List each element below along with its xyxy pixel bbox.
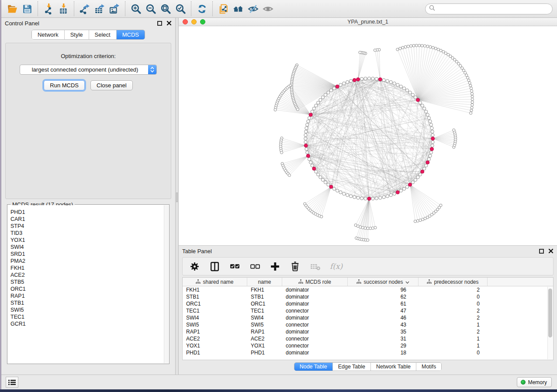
table-row[interactable]: ACE2ACE2connector311 [183,335,553,342]
select-all-rows-icon[interactable] [229,261,240,272]
export-image-icon[interactable] [107,2,122,16]
control-panel: Control Panel NetworkStyleSelectMCDS Opt… [1,18,175,375]
criterion-dropdown[interactable]: largest connected component (undirected) [20,65,157,75]
memory-button[interactable]: Memory [517,377,552,387]
result-node-item[interactable]: CAR1 [10,216,169,223]
network-window-titlebar[interactable]: YPA_prune.txt_1 [179,18,557,26]
tab-node-table[interactable]: Node Table [294,363,332,371]
table-panel-title: Table Panel [182,248,212,254]
network-canvas[interactable] [179,26,557,245]
table-row[interactable]: STB1STB1dominator620 [183,293,553,300]
table-options-gear-icon[interactable] [189,261,200,272]
table-header-row: shared namenameMCDS rolesuccessor nodesp… [183,278,553,286]
dropdown-arrows-icon [148,65,156,74]
table-row[interactable]: RAP1RAP1dominator352 [183,328,553,335]
tab-mcds[interactable]: MCDS [116,30,145,39]
mcds-result-list[interactable]: PHD1CAR1STP4TID3YOX1SWI4SRD1PMA2FKH1ACE2… [8,205,169,363]
show-all-icon[interactable] [260,2,275,16]
open-session-icon[interactable] [5,2,20,16]
tab-network-table[interactable]: Network Table [370,363,416,371]
result-node-item[interactable]: TID3 [10,230,169,237]
table-row[interactable]: SWI4SWI4dominator462 [183,314,553,321]
tab-select[interactable]: Select [89,30,116,39]
table-row[interactable]: FKH1FKH1dominator962 [183,286,553,293]
table-row[interactable]: PHD1PHD1dominator180 [183,349,553,356]
table-panel: Table Panel f(x) shared namenameMCDS rol… [179,246,557,375]
zoom-fit-icon[interactable] [158,2,173,16]
column-header-predecessor-nodes[interactable]: predecessor nodes [419,278,488,286]
export-table-icon[interactable] [92,2,107,16]
run-mcds-button[interactable]: Run MCDS [44,80,85,90]
neighbors-icon[interactable] [231,2,246,16]
import-network-icon[interactable] [41,2,56,16]
tab-edge-table[interactable]: Edge Table [332,363,370,371]
table-row[interactable]: ORC1ORC1dominator610 [183,300,553,307]
hide-selected-icon[interactable] [246,2,260,16]
sort-caret-icon[interactable] [405,279,409,285]
splitter-grip[interactable] [176,193,178,202]
table-scrollbar-thumb[interactable] [548,289,552,337]
cell-mcds-role: dominator [282,315,348,321]
cell-successor-nodes: 47 [348,308,419,314]
cell-predecessor-nodes: 2 [419,308,488,314]
task-history-button[interactable] [6,377,18,388]
memory-status-icon [521,380,526,385]
result-node-item[interactable]: PMA2 [10,258,169,265]
float-panel-icon[interactable] [157,21,162,26]
zoom-in-icon[interactable] [128,2,143,16]
tab-style[interactable]: Style [64,30,89,39]
cell-shared-name: FKH1 [183,287,247,293]
cell-mcds-role: dominator [282,350,348,356]
search-box[interactable] [425,3,553,14]
float-table-panel-icon[interactable] [539,249,544,254]
optimization-criterion-label: Optimization criterion: [6,53,171,59]
export-network-icon[interactable] [77,2,92,16]
table-row[interactable]: YOX1YOX1connector291 [183,342,553,349]
share-document-icon[interactable] [216,2,231,16]
result-node-item[interactable]: SWI5 [10,306,169,313]
close-panel-button[interactable]: Close panel [90,80,133,90]
result-list-scrollbar[interactable] [164,205,169,363]
save-session-icon[interactable] [20,2,35,16]
deselect-all-rows-icon[interactable] [249,261,260,272]
result-node-item[interactable]: ACE2 [10,272,169,279]
result-node-item[interactable]: RAP1 [10,292,169,299]
toolbar-separator [212,1,213,16]
result-node-item[interactable]: STB1 [10,299,169,306]
result-node-item[interactable]: STB5 [10,279,169,285]
result-node-item[interactable]: FKH1 [10,265,169,272]
table-scrollbar[interactable] [547,287,553,359]
table-row[interactable]: SWI5SWI5connector431 [183,321,553,328]
column-header-mcds-role[interactable]: MCDS role [282,278,348,286]
cell-predecessor-nodes: 1 [419,322,488,328]
delete-column-icon[interactable] [290,261,301,272]
result-node-item[interactable]: SRD1 [10,251,169,258]
show-columns-icon[interactable] [209,261,220,272]
table-row[interactable]: TEC1TEC1connector472 [183,307,553,314]
result-node-item[interactable]: PHD1 [10,209,169,216]
refresh-icon[interactable] [194,2,209,16]
result-node-item[interactable]: GCR1 [10,320,169,327]
cytoscape-window: Control Panel NetworkStyleSelectMCDS Opt… [1,0,557,389]
result-node-item[interactable]: YOX1 [10,237,169,244]
zoom-out-icon[interactable] [143,2,158,16]
column-header-name[interactable]: name [247,278,282,286]
result-node-item[interactable]: SWI4 [10,244,169,251]
cell-predecessor-nodes: 1 [419,343,488,349]
zoom-selected-icon[interactable] [173,2,188,16]
tab-motifs[interactable]: Motifs [416,363,441,371]
search-input[interactable] [436,5,552,14]
column-header-successor-nodes[interactable]: successor nodes [348,278,419,286]
cell-successor-nodes: 46 [348,315,419,321]
result-node-item[interactable]: ORC1 [10,285,169,292]
import-table-icon[interactable] [56,2,71,16]
vertical-splitter[interactable] [175,18,179,375]
close-table-panel-icon[interactable] [548,248,554,254]
result-node-item[interactable]: TEC1 [10,313,169,320]
close-panel-icon[interactable] [166,21,172,26]
tab-network[interactable]: Network [32,30,64,39]
result-node-item[interactable]: STP4 [10,223,169,230]
column-header-shared-name[interactable]: shared name [183,278,247,286]
add-column-icon[interactable] [270,261,280,272]
cell-mcds-role: connector [282,336,348,342]
